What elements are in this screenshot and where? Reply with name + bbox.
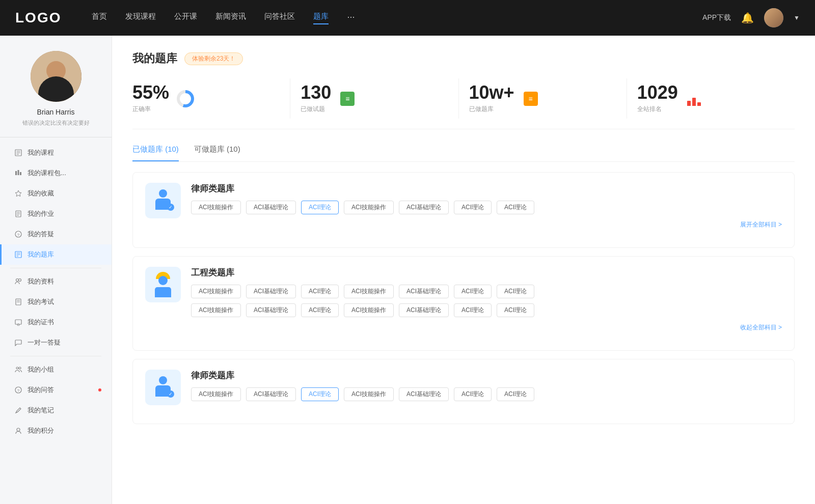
nav-home[interactable]: 首页 bbox=[92, 12, 107, 24]
accuracy-number: 55% bbox=[132, 83, 169, 102]
sidebar-item-certificate[interactable]: 我的证书 bbox=[0, 312, 112, 332]
sidebar-item-profile-info[interactable]: 我的资料 bbox=[0, 271, 112, 292]
sidebar-item-notes[interactable]: 我的笔记 bbox=[0, 400, 112, 421]
tag-2-2[interactable]: ACI基础理论 bbox=[246, 285, 296, 298]
nav-question-bank[interactable]: 题库 bbox=[313, 12, 329, 24]
bank-tags-2-row1: ACI技能操作 ACI基础理论 ACI理论 ACI技能操作 ACI基础理论 AC… bbox=[191, 285, 782, 298]
bank-icon-wrap-1: ✓ bbox=[145, 183, 181, 218]
done-q-label: 已做试题 bbox=[301, 105, 331, 114]
done-bank-label: 已做题库 bbox=[469, 105, 514, 114]
sidebar-item-one-on-one[interactable]: 一对一答疑 bbox=[0, 332, 112, 353]
tag-2-14[interactable]: ACI理论 bbox=[497, 303, 534, 317]
tag-2-6[interactable]: ACI理论 bbox=[454, 285, 492, 298]
tag-2-12[interactable]: ACI基础理论 bbox=[399, 303, 449, 317]
bank-tags-2-row2: ACI技能操作 ACI基础理论 ACI理论 ACI技能操作 ACI基础理论 AC… bbox=[191, 303, 782, 317]
tag-1-7[interactable]: ACI理论 bbox=[497, 201, 534, 214]
page-title: 我的题库 bbox=[132, 51, 177, 66]
book-green-icon: ≡ bbox=[340, 92, 355, 106]
nav-news[interactable]: 新闻资讯 bbox=[215, 12, 246, 24]
tag-2-9[interactable]: ACI基础理论 bbox=[246, 303, 296, 317]
tag-1-2[interactable]: ACI基础理论 bbox=[246, 201, 296, 214]
tag-2-11[interactable]: ACI技能操作 bbox=[344, 303, 394, 317]
tag-3-4[interactable]: ACI技能操作 bbox=[344, 387, 394, 401]
avatar-image bbox=[31, 51, 82, 102]
sidebar-menu: 我的课程 我的课程包... 我的收藏 我的作业 bbox=[0, 143, 112, 441]
course-package-icon bbox=[14, 169, 22, 177]
exam-icon bbox=[14, 298, 22, 306]
sidebar-item-course-package[interactable]: 我的课程包... bbox=[0, 163, 112, 183]
qa-icon: ? bbox=[14, 230, 22, 238]
tag-1-3[interactable]: ACI理论 bbox=[301, 201, 339, 214]
user-avatar[interactable] bbox=[764, 8, 783, 27]
tag-3-3[interactable]: ACI理论 bbox=[301, 387, 339, 401]
sidebar-label-course: 我的课程 bbox=[28, 148, 54, 157]
engineer-icon bbox=[152, 272, 174, 297]
nav-qa[interactable]: 问答社区 bbox=[264, 12, 295, 24]
my-qa-icon: ? bbox=[14, 386, 22, 394]
certificate-icon bbox=[14, 318, 22, 326]
profile-name: Brian Harris bbox=[37, 108, 75, 116]
nav-open-course[interactable]: 公开课 bbox=[174, 12, 197, 24]
bank-content-3: 律师类题库 ACI技能操作 ACI基础理论 ACI理论 ACI技能操作 ACI基… bbox=[191, 370, 782, 401]
tag-2-10[interactable]: ACI理论 bbox=[301, 303, 339, 317]
svg-point-26 bbox=[19, 367, 21, 369]
sidebar-label-question-bank: 我的题库 bbox=[28, 250, 54, 259]
stat-done-questions: 130 已做试题 ≡ bbox=[290, 78, 458, 119]
tag-2-13[interactable]: ACI理论 bbox=[454, 303, 492, 317]
tag-3-5[interactable]: ACI基础理论 bbox=[399, 387, 449, 401]
tag-2-8[interactable]: ACI技能操作 bbox=[191, 303, 241, 317]
sidebar-label-group: 我的小组 bbox=[28, 365, 54, 374]
avatar-image bbox=[764, 8, 783, 27]
sidebar-item-question-bank[interactable]: 我的题库 bbox=[0, 244, 112, 265]
stat-accuracy: 55% 正确率 bbox=[132, 78, 290, 119]
expand-button-1[interactable]: 展开全部科目 > bbox=[740, 221, 782, 228]
nav-more[interactable]: ··· bbox=[347, 12, 355, 24]
svg-rect-5 bbox=[18, 170, 19, 175]
sidebar-label-notes: 我的笔记 bbox=[28, 406, 54, 415]
bank-header-1: ✓ 律师类题库 ACI技能操作 ACI基础理论 ACI理论 ACI技能操作 AC… bbox=[145, 183, 782, 229]
bank-expand-1: 展开全部科目 > bbox=[191, 219, 782, 229]
tag-2-5[interactable]: ACI基础理论 bbox=[399, 285, 449, 298]
trial-badge: 体验剩余23天！ bbox=[184, 52, 243, 65]
sidebar-item-homework[interactable]: 我的作业 bbox=[0, 204, 112, 224]
done-q-number: 130 bbox=[301, 83, 331, 102]
nav-discover[interactable]: 发现课程 bbox=[125, 12, 156, 24]
sidebar-item-exam[interactable]: 我的考试 bbox=[0, 292, 112, 312]
sidebar-item-course[interactable]: 我的课程 bbox=[0, 143, 112, 163]
tag-3-1[interactable]: ACI技能操作 bbox=[191, 387, 241, 401]
tag-1-4[interactable]: ACI技能操作 bbox=[344, 201, 394, 214]
tag-2-7[interactable]: ACI理论 bbox=[497, 285, 534, 298]
tag-1-1[interactable]: ACI技能操作 bbox=[191, 201, 241, 214]
tag-3-6[interactable]: ACI理论 bbox=[454, 387, 492, 401]
sidebar-label-homework: 我的作业 bbox=[28, 209, 54, 218]
tag-3-2[interactable]: ACI基础理论 bbox=[246, 387, 296, 401]
tag-1-6[interactable]: ACI理论 bbox=[454, 201, 492, 214]
tag-2-1[interactable]: ACI技能操作 bbox=[191, 285, 241, 298]
question-bank-icon bbox=[14, 250, 22, 259]
sidebar-item-group[interactable]: 我的小组 bbox=[0, 359, 112, 380]
tabs-row: 已做题库 (10) 可做题库 (10) bbox=[132, 145, 795, 162]
bank-header-3: ✓ 律师类题库 ACI技能操作 ACI基础理论 ACI理论 ACI技能操作 AC… bbox=[145, 370, 782, 405]
svg-point-18 bbox=[16, 279, 19, 282]
tag-3-7[interactable]: ACI理论 bbox=[497, 387, 534, 401]
tag-2-4[interactable]: ACI技能操作 bbox=[344, 285, 394, 298]
notification-bell[interactable]: 🔔 bbox=[741, 12, 754, 24]
bank-tags-1: ACI技能操作 ACI基础理论 ACI理论 ACI技能操作 ACI基础理论 AC… bbox=[191, 201, 782, 214]
collapse-button-2[interactable]: 收起全部科目 > bbox=[740, 324, 782, 331]
tag-2-3[interactable]: ACI理论 bbox=[301, 285, 339, 298]
sidebar-item-my-qa[interactable]: ? 我的问答 bbox=[0, 380, 112, 400]
profile-avatar bbox=[31, 51, 82, 102]
tab-done-banks[interactable]: 已做题库 (10) bbox=[132, 145, 179, 161]
tag-1-5[interactable]: ACI基础理论 bbox=[399, 201, 449, 214]
sidebar-label-one-on-one: 一对一答疑 bbox=[28, 338, 61, 347]
notification-dot bbox=[98, 388, 101, 391]
sidebar-item-points[interactable]: 我的积分 bbox=[0, 421, 112, 441]
app-download-button[interactable]: APP下载 bbox=[702, 13, 731, 22]
sidebar-item-qa[interactable]: ? 我的答疑 bbox=[0, 224, 112, 244]
svg-text:?: ? bbox=[17, 388, 20, 393]
tab-available-banks[interactable]: 可做题库 (10) bbox=[194, 145, 240, 161]
sidebar-label-favorites: 我的收藏 bbox=[28, 189, 54, 198]
avatar-chevron-icon[interactable]: ▼ bbox=[794, 14, 800, 21]
bar-chart-icon bbox=[687, 92, 701, 106]
sidebar-item-favorites[interactable]: 我的收藏 bbox=[0, 183, 112, 204]
